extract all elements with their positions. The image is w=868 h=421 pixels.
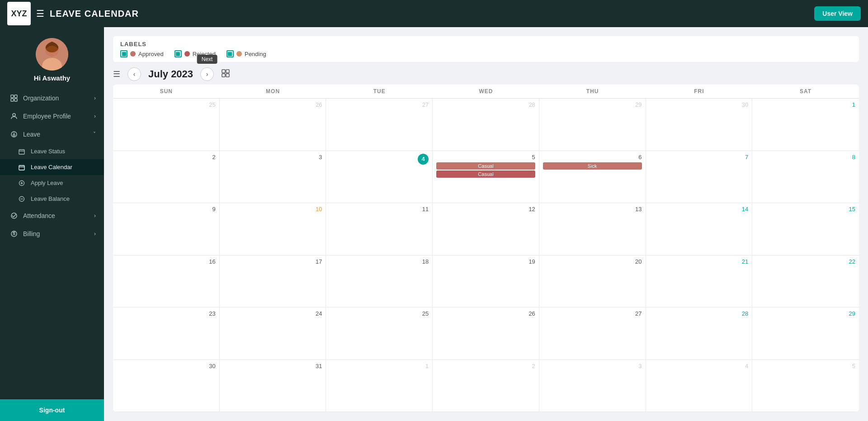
day-header-sat: SAT [752,85,859,98]
day-header-sun: SUN [113,85,220,98]
cal-cell-jul18[interactable]: 18 [326,255,433,308]
svg-point-9 [13,114,15,116]
sidebar-item-leave-status-label: Leave Status [31,148,65,155]
cal-cell-aug2[interactable]: 2 [433,360,539,412]
chevron-right-icon: › [94,113,96,119]
labels-title: LABELS [120,41,852,47]
sidebar-item-apply-leave[interactable]: Apply Leave [0,175,104,191]
approved-checkbox[interactable] [120,50,127,57]
prev-month-button[interactable]: ‹ [127,67,141,81]
cal-cell-jul24[interactable]: 24 [220,307,326,360]
sidebar-item-organization[interactable]: Organization › [0,89,104,107]
approved-label: Approved [138,51,164,57]
svg-rect-8 [14,99,17,101]
signout-button[interactable]: Sign-out [0,399,104,421]
calendar-menu-button[interactable]: ☰ [113,69,120,79]
rejected-dot [184,51,190,57]
cal-cell-jul20[interactable]: 20 [539,255,646,308]
hamburger-icon[interactable]: ☰ [36,8,44,19]
sidebar-item-leave-calendar[interactable]: Leave Calendar [0,159,104,175]
cal-cell-jul26[interactable]: 26 [433,307,539,360]
cal-cell-jul28[interactable]: 28 [646,307,753,360]
cal-cell-jul27[interactable]: 27 [539,307,646,360]
content-area: LABELS Approved Rejected Pending [104,27,868,421]
chevron-right-icon: › [94,95,96,101]
cal-cell-jul11[interactable]: 11 [326,203,433,255]
sidebar-nav: Organization › Employee Profile › Leave … [0,89,104,399]
label-pending: Pending [226,50,266,57]
cal-cell-aug4[interactable]: 4 [646,360,753,412]
cal-cell-jul5[interactable]: 5 Casual Casual [433,151,539,203]
cal-cell-jul8[interactable]: 8 [752,151,859,203]
sidebar-item-leave-status[interactable]: Leave Status [0,143,104,159]
cal-cell-jul15[interactable]: 15 [752,203,859,255]
svg-rect-6 [14,95,17,98]
cal-cell-aug1[interactable]: 1 [326,360,433,412]
day-header-fri: FRI [646,85,753,98]
sidebar-item-attendance-label: Attendance [23,212,55,219]
cal-cell-jul25[interactable]: 25 [326,307,433,360]
cal-cell-aug3[interactable]: 3 [539,360,646,412]
cal-cell-jul4[interactable]: 4 [326,151,433,203]
cal-cell-jul1[interactable]: 1 [752,99,859,151]
cal-cell-jul12[interactable]: 12 [433,203,539,255]
cal-cell-jun29[interactable]: 29 [539,99,646,151]
svg-rect-5 [11,95,14,98]
calendar-days-header: SUN MON TUE WED THU FRI SAT [113,85,859,99]
sidebar-item-employee-profile-label: Employee Profile [23,113,71,120]
cal-cell-jun30[interactable]: 30 [646,99,753,151]
day-header-thu: THU [539,85,646,98]
cal-cell-jul3[interactable]: 3 [220,151,326,203]
approved-dot [130,51,136,57]
sidebar-item-billing-label: Billing [23,230,40,237]
cal-cell-jul21[interactable]: 21 [646,255,753,308]
svg-rect-12 [19,150,24,154]
cal-cell-jul6[interactable]: 6 Sick [539,151,646,203]
rejected-checkbox[interactable] [175,50,182,57]
cal-cell-aug5[interactable]: 5 [752,360,859,412]
calendar-view-button[interactable] [221,69,230,80]
calendar-grid: 25 26 27 28 29 30 1 2 3 4 5 Casual [113,99,859,412]
calendar-wrapper: SUN MON TUE WED THU FRI SAT 25 26 27 28 … [113,85,859,412]
cal-cell-jul30[interactable]: 30 [113,360,220,412]
attendance-icon [9,212,19,219]
sidebar-item-leave[interactable]: Leave ˅ [0,125,104,143]
svg-rect-18 [222,70,225,73]
sidebar-item-attendance[interactable]: Attendance › [0,207,104,225]
leave-balance-icon [17,196,26,202]
pending-checkbox[interactable] [226,50,234,57]
cal-cell-jul22[interactable]: 22 [752,255,859,308]
next-month-button[interactable]: › [200,67,214,81]
cal-cell-jun26[interactable]: 26 [220,99,326,151]
organization-icon [9,95,19,102]
cal-cell-jun25[interactable]: 25 [113,99,220,151]
sidebar-item-organization-label: Organization [23,95,59,102]
cal-cell-jul13[interactable]: 13 [539,203,646,255]
sidebar-item-billing[interactable]: Billing › [0,225,104,243]
sidebar-item-leave-balance[interactable]: Leave Balance [0,191,104,207]
cal-cell-jul10[interactable]: 10 [220,203,326,255]
cal-cell-jul17[interactable]: 17 [220,255,326,308]
sick-leave-bar: Sick [543,162,642,170]
cal-cell-jul2[interactable]: 2 [113,151,220,203]
casual-rejected-bar: Casual [436,170,535,178]
sidebar-item-employee-profile[interactable]: Employee Profile › [0,107,104,125]
calendar-month-title: July 2023 [148,68,193,80]
cal-cell-jul16[interactable]: 16 [113,255,220,308]
cal-cell-jul7[interactable]: 7 [646,151,753,203]
sidebar-item-leave-label: Leave [23,131,40,138]
employee-profile-icon [9,113,19,120]
user-view-button[interactable]: User View [814,6,861,21]
cal-cell-jul29[interactable]: 29 [752,307,859,360]
cal-cell-jun28[interactable]: 28 [433,99,539,151]
svg-rect-19 [226,70,229,73]
cal-cell-jul31[interactable]: 31 [220,360,326,412]
cal-cell-jul14[interactable]: 14 [646,203,753,255]
cal-cell-jul9[interactable]: 9 [113,203,220,255]
cal-cell-jun27[interactable]: 27 [326,99,433,151]
today-badge: 4 [418,154,429,165]
cal-cell-jul19[interactable]: 19 [433,255,539,308]
cal-cell-jul23[interactable]: 23 [113,307,220,360]
main-layout: Hi Aswathy Organization › Employee Profi… [0,27,868,421]
svg-rect-20 [222,74,225,77]
